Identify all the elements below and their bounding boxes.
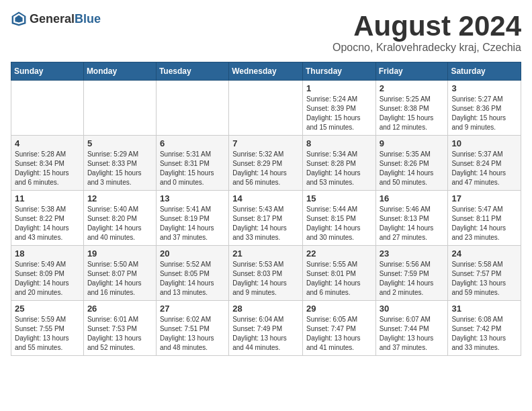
day-number: 29: [306, 304, 372, 314]
day-number: 27: [160, 304, 225, 314]
day-cell: 9Sunrise: 5:35 AM Sunset: 8:26 PM Daylig…: [375, 136, 448, 191]
day-info: Sunrise: 5:24 AM Sunset: 8:39 PM Dayligh…: [306, 95, 372, 132]
logo-text-general: General: [30, 12, 75, 26]
day-cell: 25Sunrise: 5:59 AM Sunset: 7:55 PM Dayli…: [11, 301, 84, 356]
day-info: Sunrise: 5:53 AM Sunset: 8:03 PM Dayligh…: [232, 260, 299, 298]
day-info: Sunrise: 5:59 AM Sunset: 7:55 PM Dayligh…: [15, 315, 80, 353]
logo-text-blue: Blue: [75, 12, 101, 26]
day-number: 20: [160, 248, 225, 259]
day-cell: [83, 81, 156, 136]
title-section: August 2024 Opocno, Kralovehradecky kraj…: [332, 11, 521, 54]
day-number: 14: [232, 193, 299, 203]
day-cell: 26Sunrise: 6:01 AM Sunset: 7:53 PM Dayli…: [83, 301, 156, 356]
day-cell: [156, 81, 228, 136]
day-number: 5: [87, 138, 152, 148]
day-info: Sunrise: 5:50 AM Sunset: 8:07 PM Dayligh…: [87, 260, 152, 298]
day-info: Sunrise: 5:31 AM Sunset: 8:31 PM Dayligh…: [160, 150, 225, 187]
weekday-header-wednesday: Wednesday: [229, 62, 303, 81]
day-info: Sunrise: 6:05 AM Sunset: 7:47 PM Dayligh…: [306, 315, 372, 353]
day-cell: 6Sunrise: 5:31 AM Sunset: 8:31 PM Daylig…: [156, 136, 228, 191]
day-number: 13: [160, 193, 225, 203]
day-info: Sunrise: 5:46 AM Sunset: 8:13 PM Dayligh…: [380, 205, 445, 242]
day-info: Sunrise: 5:55 AM Sunset: 8:01 PM Dayligh…: [306, 260, 372, 298]
logo-icon: [11, 11, 27, 27]
day-number: 25: [15, 304, 80, 314]
logo: GeneralBlue: [11, 11, 101, 27]
day-info: Sunrise: 6:04 AM Sunset: 7:49 PM Dayligh…: [232, 315, 299, 353]
weekday-header-sunday: Sunday: [11, 62, 84, 81]
day-number: 12: [87, 193, 152, 203]
day-number: 23: [380, 248, 445, 259]
day-number: 11: [15, 193, 80, 203]
weekday-header-monday: Monday: [83, 62, 156, 81]
day-info: Sunrise: 6:07 AM Sunset: 7:44 PM Dayligh…: [380, 315, 445, 353]
day-info: Sunrise: 5:37 AM Sunset: 8:24 PM Dayligh…: [451, 150, 517, 187]
calendar-body: 1Sunrise: 5:24 AM Sunset: 8:39 PM Daylig…: [11, 81, 521, 356]
day-cell: 12Sunrise: 5:40 AM Sunset: 8:20 PM Dayli…: [83, 191, 156, 246]
day-number: 19: [87, 248, 152, 259]
day-number: 24: [451, 248, 517, 259]
day-info: Sunrise: 6:02 AM Sunset: 7:51 PM Dayligh…: [160, 315, 225, 353]
day-info: Sunrise: 5:25 AM Sunset: 8:38 PM Dayligh…: [380, 95, 445, 132]
day-cell: 19Sunrise: 5:50 AM Sunset: 8:07 PM Dayli…: [83, 246, 156, 301]
day-cell: 29Sunrise: 6:05 AM Sunset: 7:47 PM Dayli…: [302, 301, 375, 356]
day-info: Sunrise: 5:47 AM Sunset: 8:11 PM Dayligh…: [451, 205, 517, 242]
day-cell: [229, 81, 303, 136]
day-number: 31: [451, 304, 517, 314]
day-cell: 11Sunrise: 5:38 AM Sunset: 8:22 PM Dayli…: [11, 191, 84, 246]
day-info: Sunrise: 5:28 AM Sunset: 8:34 PM Dayligh…: [15, 150, 80, 187]
day-number: 26: [87, 304, 152, 314]
day-number: 15: [306, 193, 372, 203]
day-info: Sunrise: 5:44 AM Sunset: 8:15 PM Dayligh…: [306, 205, 372, 242]
day-number: 10: [451, 138, 517, 148]
day-number: 7: [232, 138, 299, 148]
day-info: Sunrise: 5:40 AM Sunset: 8:20 PM Dayligh…: [87, 205, 152, 242]
day-cell: 22Sunrise: 5:55 AM Sunset: 8:01 PM Dayli…: [302, 246, 375, 301]
day-info: Sunrise: 5:49 AM Sunset: 8:09 PM Dayligh…: [15, 260, 80, 298]
day-number: 8: [306, 138, 372, 148]
day-cell: 7Sunrise: 5:32 AM Sunset: 8:29 PM Daylig…: [229, 136, 303, 191]
day-cell: 2Sunrise: 5:25 AM Sunset: 8:38 PM Daylig…: [375, 81, 448, 136]
calendar-title: August 2024: [332, 11, 521, 42]
day-cell: 31Sunrise: 6:08 AM Sunset: 7:42 PM Dayli…: [448, 301, 521, 356]
day-number: 28: [232, 304, 299, 314]
day-info: Sunrise: 5:34 AM Sunset: 8:28 PM Dayligh…: [306, 150, 372, 187]
weekday-header-tuesday: Tuesday: [156, 62, 228, 81]
day-cell: [11, 81, 84, 136]
day-number: 21: [232, 248, 299, 259]
day-info: Sunrise: 5:35 AM Sunset: 8:26 PM Dayligh…: [380, 150, 445, 187]
week-row-3: 11Sunrise: 5:38 AM Sunset: 8:22 PM Dayli…: [11, 191, 521, 246]
day-info: Sunrise: 5:58 AM Sunset: 7:57 PM Dayligh…: [451, 260, 517, 298]
day-cell: 16Sunrise: 5:46 AM Sunset: 8:13 PM Dayli…: [375, 191, 448, 246]
day-cell: 14Sunrise: 5:43 AM Sunset: 8:17 PM Dayli…: [229, 191, 303, 246]
day-info: Sunrise: 5:38 AM Sunset: 8:22 PM Dayligh…: [15, 205, 80, 242]
day-info: Sunrise: 6:08 AM Sunset: 7:42 PM Dayligh…: [451, 315, 517, 353]
day-info: Sunrise: 5:29 AM Sunset: 8:33 PM Dayligh…: [87, 150, 152, 187]
page-header: GeneralBlue August 2024 Opocno, Kraloveh…: [11, 11, 521, 54]
day-cell: 20Sunrise: 5:52 AM Sunset: 8:05 PM Dayli…: [156, 246, 228, 301]
day-info: Sunrise: 6:01 AM Sunset: 7:53 PM Dayligh…: [87, 315, 152, 353]
day-cell: 3Sunrise: 5:27 AM Sunset: 8:36 PM Daylig…: [448, 81, 521, 136]
day-info: Sunrise: 5:41 AM Sunset: 8:19 PM Dayligh…: [160, 205, 225, 242]
day-info: Sunrise: 5:27 AM Sunset: 8:36 PM Dayligh…: [451, 95, 517, 132]
day-cell: 8Sunrise: 5:34 AM Sunset: 8:28 PM Daylig…: [302, 136, 375, 191]
day-number: 1: [306, 83, 372, 93]
day-number: 3: [451, 83, 517, 93]
day-number: 17: [451, 193, 517, 203]
day-number: 22: [306, 248, 372, 259]
week-row-4: 18Sunrise: 5:49 AM Sunset: 8:09 PM Dayli…: [11, 246, 521, 301]
day-cell: 4Sunrise: 5:28 AM Sunset: 8:34 PM Daylig…: [11, 136, 84, 191]
day-number: 6: [160, 138, 225, 148]
day-number: 30: [380, 304, 445, 314]
day-cell: 28Sunrise: 6:04 AM Sunset: 7:49 PM Dayli…: [229, 301, 303, 356]
day-number: 9: [380, 138, 445, 148]
day-number: 4: [15, 138, 80, 148]
day-cell: 13Sunrise: 5:41 AM Sunset: 8:19 PM Dayli…: [156, 191, 228, 246]
weekday-header-thursday: Thursday: [302, 62, 375, 81]
day-cell: 15Sunrise: 5:44 AM Sunset: 8:15 PM Dayli…: [302, 191, 375, 246]
weekday-header-friday: Friday: [375, 62, 448, 81]
day-number: 16: [380, 193, 445, 203]
day-cell: 30Sunrise: 6:07 AM Sunset: 7:44 PM Dayli…: [375, 301, 448, 356]
day-cell: 5Sunrise: 5:29 AM Sunset: 8:33 PM Daylig…: [83, 136, 156, 191]
day-cell: 18Sunrise: 5:49 AM Sunset: 8:09 PM Dayli…: [11, 246, 84, 301]
